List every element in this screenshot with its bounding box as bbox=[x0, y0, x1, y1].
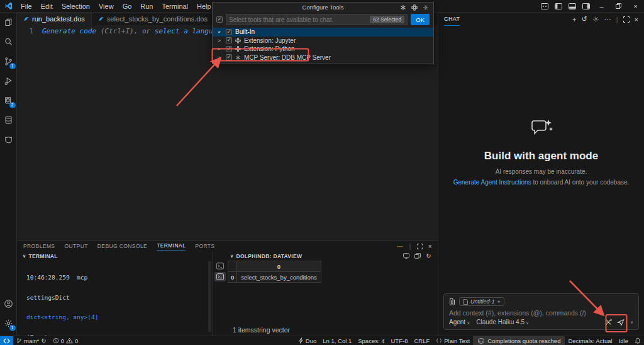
welcome-link-rest: to onboard AI onto your codebase. bbox=[531, 179, 630, 186]
generate-agent-instructions-link[interactable]: Generate Agent Instructions bbox=[453, 179, 531, 186]
mcp-checkbox[interactable]: ✓ bbox=[226, 54, 232, 60]
mcp-servers-icon[interactable] bbox=[400, 4, 406, 11]
cursor-position-status[interactable]: Ln 1, Col 1 bbox=[319, 337, 355, 344]
tool-group-mcp-ddb[interactable]: > ✓ MCP Server: DDB MCP Server bbox=[213, 54, 433, 62]
menu-run[interactable]: Run bbox=[136, 0, 157, 13]
jupyter-checkbox[interactable]: ✓ bbox=[226, 37, 232, 43]
chevron-right-icon[interactable]: > bbox=[218, 46, 223, 52]
tab-output[interactable]: OUTPUT bbox=[64, 242, 87, 251]
row-value: select_stocks_by_conditions bbox=[237, 272, 321, 283]
split-view-icon[interactable] bbox=[414, 253, 421, 259]
menu-view[interactable]: View bbox=[94, 0, 118, 13]
configure-tools-icon[interactable] bbox=[604, 318, 613, 326]
chevron-right-icon[interactable]: > bbox=[218, 55, 223, 60]
terminal-section-title: TERMINAL bbox=[28, 253, 57, 259]
chevron-right-icon[interactable]: > bbox=[218, 38, 223, 43]
chevron-down-icon[interactable]: ∨ bbox=[23, 254, 26, 259]
agent-mode-dropdown[interactable]: Agent∨ bbox=[449, 319, 470, 325]
chevron-right-icon[interactable]: > bbox=[218, 29, 223, 35]
tab-ports[interactable]: PORTS bbox=[195, 242, 214, 251]
minimize-button[interactable]: – bbox=[593, 0, 610, 13]
menu-edit[interactable]: Edit bbox=[36, 0, 57, 13]
toggle-sidebar-right-icon[interactable] bbox=[579, 0, 593, 13]
terminal-scrollbar[interactable] bbox=[208, 261, 211, 332]
language-mode-icon bbox=[436, 337, 442, 344]
notifications-bell-icon[interactable] bbox=[631, 337, 644, 344]
send-icon[interactable] bbox=[617, 319, 625, 326]
decimals-status[interactable]: Decimals: Actual bbox=[565, 337, 615, 344]
remote-indicator[interactable] bbox=[0, 336, 13, 345]
tool-group-jupyter[interactable]: > ✓ Extension: Jupyter bbox=[213, 37, 433, 45]
send-options-chevron-icon[interactable]: ∨ bbox=[630, 320, 633, 325]
tab-select-stocks[interactable]: select_stocks_by_conditions.dos bbox=[92, 13, 214, 25]
panel-maximize-icon[interactable] bbox=[417, 244, 423, 249]
close-window-button[interactable]: × bbox=[627, 0, 644, 13]
model-picker-dropdown[interactable]: Claude Haiku 4.5∨ bbox=[476, 319, 529, 325]
chevron-down-icon[interactable]: ∨ bbox=[230, 254, 233, 259]
tab-terminal[interactable]: TERMINAL bbox=[157, 241, 186, 251]
tab-debug-console[interactable]: DEBUG CONSOLE bbox=[97, 242, 147, 251]
select-all-checkbox[interactable]: ✓ bbox=[216, 16, 223, 23]
tab-problems[interactable]: PROBLEMS bbox=[23, 242, 55, 251]
language-mode-status[interactable]: Plain Text bbox=[433, 337, 473, 344]
tool-group-built-in[interactable]: > ✓ Built-In bbox=[213, 28, 433, 37]
column-header: 0 bbox=[237, 261, 321, 272]
python-checkbox[interactable]: ✓ bbox=[226, 46, 232, 52]
chat-input-placeholder[interactable]: Add context (#), extensions (@), command… bbox=[449, 309, 633, 317]
dataview-item-icon-selected[interactable] bbox=[214, 272, 226, 281]
explorer-icon[interactable] bbox=[0, 13, 17, 32]
problems-status[interactable]: 0 0 bbox=[50, 337, 82, 344]
panel-close-icon[interactable]: × bbox=[428, 243, 432, 250]
chat-maximize-icon[interactable] bbox=[623, 16, 630, 23]
menu-selection[interactable]: Selection bbox=[57, 0, 94, 13]
chat-close-icon[interactable]: × bbox=[635, 16, 638, 23]
new-chat-icon[interactable]: + bbox=[572, 16, 576, 23]
context-file-pill[interactable]: Untitled-1 + bbox=[459, 297, 504, 306]
chat-tab[interactable]: CHAT bbox=[444, 13, 460, 26]
run-debug-icon[interactable] bbox=[0, 71, 17, 91]
chat-history-icon[interactable]: ↺ bbox=[581, 15, 587, 23]
add-context-file-icon[interactable]: + bbox=[497, 298, 501, 305]
tools-filter-input[interactable] bbox=[229, 16, 370, 23]
attach-context-icon[interactable] bbox=[449, 298, 455, 305]
file-icon bbox=[463, 299, 468, 305]
encoding-status[interactable]: UTF-8 bbox=[388, 337, 411, 344]
terminal-output[interactable]: 10:46:28.259 mcp settingsDict dict<strin… bbox=[26, 261, 206, 336]
menu-terminal[interactable]: Terminal bbox=[158, 0, 193, 13]
branch-status[interactable]: main* ↻ bbox=[13, 337, 50, 344]
panel-more-icon[interactable]: ⋯ bbox=[397, 243, 403, 250]
menu-go[interactable]: Go bbox=[118, 0, 136, 13]
toggle-sidebar-left-icon[interactable] bbox=[552, 0, 565, 13]
customize-layout-icon[interactable] bbox=[538, 0, 552, 13]
tool-group-label: Extension: Python bbox=[244, 45, 295, 52]
copilot-status[interactable]: Completions quota reached bbox=[473, 336, 565, 345]
dataview-table[interactable]: 0 0 select_stocks_by_conditions bbox=[228, 261, 321, 283]
open-in-window-icon[interactable] bbox=[403, 253, 409, 259]
tool-group-python[interactable]: > ✓ Extension: Python bbox=[213, 45, 433, 54]
built-in-checkbox[interactable]: ✓ bbox=[226, 29, 232, 35]
table-row[interactable]: 0 select_stocks_by_conditions bbox=[228, 272, 321, 283]
ok-button[interactable]: OK bbox=[411, 14, 430, 25]
chat-more-icon[interactable]: ⋯ bbox=[604, 15, 611, 23]
toggle-panel-icon[interactable] bbox=[565, 0, 579, 13]
idle-status[interactable]: Idle bbox=[616, 337, 631, 344]
chat-input-box[interactable]: Untitled-1 + Add context (#), extensions… bbox=[443, 293, 639, 330]
database-icon[interactable] bbox=[0, 110, 17, 130]
gear-icon[interactable] bbox=[423, 4, 429, 11]
db-extension-icon[interactable]: 2 bbox=[0, 91, 17, 110]
indentation-status[interactable]: Spaces: 4 bbox=[355, 337, 387, 344]
extensions-icon[interactable] bbox=[411, 4, 418, 11]
tab-run-backtest[interactable]: run_backtest.dos bbox=[17, 13, 92, 25]
refresh-icon[interactable]: ↻ bbox=[426, 252, 431, 259]
settings-gear-icon[interactable]: 1 bbox=[0, 314, 17, 333]
dataview-item-icon[interactable] bbox=[214, 261, 226, 271]
eol-status[interactable]: CRLF bbox=[411, 337, 433, 344]
menu-file[interactable]: File bbox=[16, 0, 36, 13]
owl-extension-icon[interactable] bbox=[0, 130, 17, 149]
duo-status[interactable]: Duo bbox=[295, 337, 319, 344]
search-icon[interactable] bbox=[0, 32, 17, 52]
source-control-icon[interactable]: 1 bbox=[0, 52, 17, 71]
restore-button[interactable] bbox=[610, 0, 627, 13]
account-icon[interactable] bbox=[0, 294, 17, 314]
chat-settings-gear-icon[interactable] bbox=[592, 16, 599, 23]
